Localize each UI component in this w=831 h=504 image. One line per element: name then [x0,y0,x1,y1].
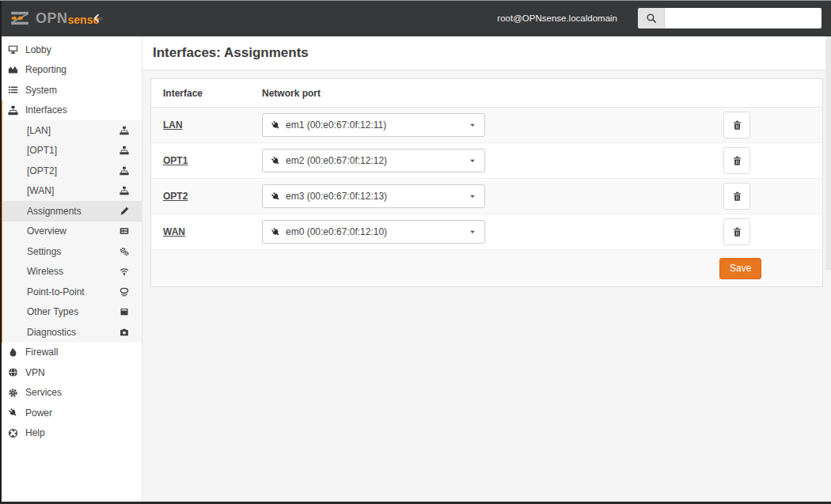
network-port-value: em2 (00:e0:67:0f:12:12) [286,155,387,166]
sidebar-item-label: System [25,85,57,96]
delete-interface-button-opt2[interactable] [723,183,750,210]
network-port-select-lan[interactable]: em1 (00:e0:67:0f:12:11) [262,113,485,137]
sidebar-item-settings[interactable]: Settings [2,241,142,262]
content-header: Interfaces: Assignments [142,36,831,70]
interface-link-opt1[interactable]: OPT1 [163,155,188,166]
submenu-item-label: [OPT2] [27,165,57,176]
sidebar-item-wan[interactable]: [WAN] [2,181,142,202]
interface-link-wan[interactable]: WAN [163,226,185,237]
sidebar-item-wireless[interactable]: Wireless [2,262,142,282]
top-header-bar: OPNsense® root@OPNsense.localdomain [0,0,831,36]
plug-icon [271,156,281,166]
submenu-item-label: Wireless [27,266,63,277]
sidebar-item-system[interactable]: System [0,80,142,100]
table-header-row: Interface Network port [151,79,822,108]
sidebar-item-label: Lobby [25,44,51,55]
column-header-interface: Interface [163,88,262,99]
sitemap-icon [120,146,129,155]
sidebar-item-lobby[interactable]: Lobby [0,40,142,60]
sidebar-item-vpn[interactable]: VPN [0,362,142,383]
pencil-icon [120,207,129,216]
sidebar-item-overview[interactable]: Overview [2,222,142,242]
sitemap-icon [120,166,129,176]
sidebar-item-point-to-point[interactable]: Point-to-Point [2,282,142,302]
opnsense-logo-icon [9,8,30,28]
cogs-icon [120,247,129,256]
wifi-icon [120,267,129,276]
inbox-icon [120,307,129,316]
interface-link-lan[interactable]: LAN [163,119,183,131]
trash-icon [732,155,742,166]
fire-icon [7,347,19,358]
brand-text-opn: OPN [36,11,68,25]
modem-icon [120,287,129,297]
delete-interface-button-lan[interactable] [723,112,750,138]
sidebar-item-services[interactable]: Services [0,383,142,404]
plug-icon [7,407,19,418]
submenu-item-label: Point-to-Point [27,286,85,297]
sidebar-item-firewall[interactable]: Firewall [0,343,142,363]
sidebar-item-help[interactable]: Help [0,423,142,444]
save-button[interactable]: Save [719,258,761,279]
plug-icon [271,120,281,131]
sidebar-item-power[interactable]: Power [0,403,142,423]
sidebar-item-label: Services [25,387,62,398]
list-alt-icon [120,226,129,236]
assignments-panel: Interface Network port LAN em1 (00:e0:67… [150,78,823,287]
sidebar-item-label: Power [25,407,52,419]
submenu-item-label: Settings [27,246,61,257]
sidebar-item-label: Help [25,427,45,438]
submenu-item-label: Overview [27,225,66,237]
network-port-select-wan[interactable]: em0 (00:e0:67:0f:12:10) [262,220,485,244]
window-left-edge [0,0,2,504]
sidebar-item-reporting[interactable]: Reporting [0,60,142,81]
window-top-edge [0,0,831,1]
network-port-select-opt1[interactable]: em2 (00:e0:67:0f:12:12) [262,149,485,172]
page-title: Interfaces: Assignments [153,45,309,61]
trash-icon [732,191,742,202]
sidebar-item-diagnostics[interactable]: Diagnostics [2,322,142,343]
sidebar-item-other-types[interactable]: Other Types [2,302,142,323]
table-row-opt1: OPT1 em2 (00:e0:67:0f:12:12) [151,143,822,179]
table-row-opt2: OPT2 em3 (00:e0:67:0f:12:13) [151,179,822,214]
sidebar-collapse-chevron-icon[interactable] [92,13,101,23]
main-content: Interfaces: Assignments Interface Networ… [142,36,831,504]
caret-down-icon [469,121,476,129]
submenu-item-label: Other Types [27,306,78,317]
life-ring-icon [7,428,19,438]
delete-interface-button-wan[interactable] [723,218,750,245]
table-row-wan: WAN em0 (00:e0:67:0f:12:10) [151,214,822,250]
interface-link-opt2[interactable]: OPT2 [163,191,188,202]
search-icon [646,13,657,24]
search-input[interactable] [665,8,822,28]
delete-interface-button-opt1[interactable] [723,147,750,174]
sidebar-item-label: Interfaces [25,104,67,116]
sitemap-icon [120,126,129,135]
gear-icon [7,388,19,398]
caret-down-icon [469,157,476,165]
desktop-icon [7,44,19,55]
interfaces-submenu: [LAN] [OPT1] [OPT2] [WAN] Assignments Ov… [2,120,142,343]
sitemap-icon [7,105,19,116]
caret-down-icon [469,192,476,200]
caret-down-icon [469,228,476,236]
network-port-value: em3 (00:e0:67:0f:12:13) [286,191,387,202]
table-footer-row: Save [151,250,822,286]
trash-icon [732,119,742,131]
sidebar-item-assignments[interactable]: Assignments [2,201,142,222]
submenu-item-label: Diagnostics [27,327,76,338]
submenu-item-label: [WAN] [27,185,54,196]
list-icon [7,85,19,95]
search-addon [638,8,665,28]
submenu-item-label: [OPT1] [27,145,57,156]
sidebar-item-interfaces[interactable]: Interfaces [2,100,142,121]
sidebar-item-label: Firewall [25,347,58,358]
opnsense-logo[interactable]: OPNsense® [9,0,103,36]
sidebar-item-opt1[interactable]: [OPT1] [2,141,142,161]
network-port-select-opt2[interactable]: em3 (00:e0:67:0f:12:13) [262,184,485,208]
sidebar-nav: Lobby Reporting System Interfaces [LAN] … [0,36,142,504]
sidebar-item-lan[interactable]: [LAN] [2,120,142,141]
globe-icon [7,367,19,377]
sidebar-item-opt2[interactable]: [OPT2] [2,161,142,181]
scrollbar[interactable] [825,36,831,270]
